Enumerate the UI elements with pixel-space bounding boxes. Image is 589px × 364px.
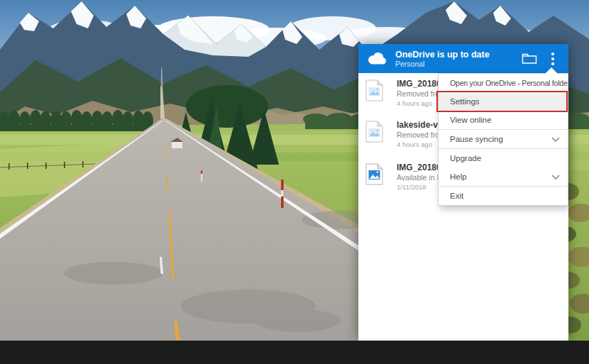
onedrive-cloud-icon xyxy=(367,51,388,66)
image-file-icon xyxy=(365,121,383,143)
menu-item-view-online[interactable]: View online xyxy=(439,111,568,129)
menu-item-open-folder[interactable]: Open your OneDrive - Personal folder xyxy=(439,74,568,92)
desktop-screen: OneDrive is up to date Personal IMG_2018… xyxy=(0,0,589,364)
flyout-header-text: OneDrive is up to date Personal xyxy=(395,50,490,68)
image-file-icon xyxy=(365,163,383,185)
more-options-icon[interactable] xyxy=(548,50,558,67)
menu-item-upgrade[interactable]: Upgrade xyxy=(439,149,568,167)
flyout-header: OneDrive is up to date Personal xyxy=(358,44,568,73)
flyout-account-type: Personal xyxy=(395,60,490,68)
taskbar: M xyxy=(0,341,589,364)
chevron-down-icon xyxy=(551,137,560,143)
open-folder-icon[interactable] xyxy=(522,52,537,65)
menu-item-exit[interactable]: Exit xyxy=(439,187,568,205)
chevron-down-icon xyxy=(551,175,560,180)
menu-item-help[interactable]: Help xyxy=(439,167,568,186)
settings-highlight-annotation xyxy=(436,91,568,112)
menu-item-pause-syncing[interactable]: Pause syncing xyxy=(439,130,568,148)
flyout-status-title: OneDrive is up to date xyxy=(395,50,490,60)
menu-callout-arrow xyxy=(545,67,558,74)
image-file-icon xyxy=(365,79,383,101)
